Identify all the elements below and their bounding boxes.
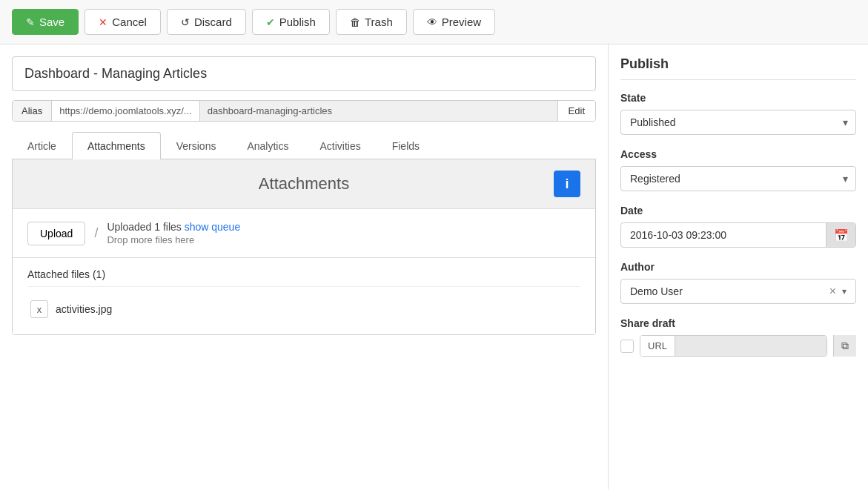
save-icon: ✎ <box>26 16 35 28</box>
tab-analytics[interactable]: Analytics <box>231 132 304 159</box>
cancel-button[interactable]: ✕ Cancel <box>85 9 161 35</box>
share-draft-label: Share draft <box>620 317 856 329</box>
author-clear-button[interactable]: × <box>826 285 839 298</box>
right-panel: Publish State Published Unpublished Arch… <box>609 44 868 489</box>
upload-info-block: Uploaded 1 files show queue Drop more fi… <box>107 221 240 245</box>
date-label: Date <box>620 205 856 216</box>
share-draft-row: URL ⧉ <box>620 335 856 357</box>
state-label: State <box>620 92 856 104</box>
drop-zone-text: Drop more files here <box>107 234 240 245</box>
url-bar: Alias https://demo.joomlatools.xyz/... d… <box>12 100 596 122</box>
access-field-group: Access Public Registered Special Super U… <box>620 148 856 191</box>
upload-info-text: Uploaded 1 files show queue <box>107 221 240 233</box>
show-queue-link[interactable]: show queue <box>185 221 241 233</box>
tab-fields[interactable]: Fields <box>377 132 435 159</box>
share-draft-checkbox[interactable] <box>620 340 634 353</box>
content-area: Attachments i Upload / Uploaded 1 files … <box>12 159 596 335</box>
edit-url-button[interactable]: Edit <box>557 101 595 121</box>
preview-icon: 👁 <box>427 16 437 28</box>
discard-icon: ↺ <box>181 16 190 28</box>
author-field-group: Author Demo User × ▾ <box>620 261 856 304</box>
upload-button[interactable]: Upload <box>27 222 85 245</box>
upload-area: Upload / Uploaded 1 files show queue Dro… <box>13 209 595 258</box>
trash-icon: 🗑 <box>350 16 360 28</box>
state-select-wrapper: Published Unpublished Archived Trashed ▾ <box>620 110 856 135</box>
date-field-group: Date 📅 <box>620 205 856 248</box>
preview-button[interactable]: 👁 Preview <box>413 9 495 35</box>
tabs: Article Attachments Versions Analytics A… <box>12 132 596 159</box>
attachments-title: Attachments <box>259 174 349 194</box>
slug-text: dashboard-managing-articles <box>200 101 557 121</box>
access-select-wrapper: Public Registered Special Super Users ▾ <box>620 166 856 191</box>
author-value: Demo User <box>627 282 826 300</box>
publish-button[interactable]: ✔ Publish <box>252 9 330 35</box>
publish-icon: ✔ <box>266 16 275 28</box>
author-wrapper: Demo User × ▾ <box>620 279 856 304</box>
calendar-button[interactable]: 📅 <box>826 223 855 247</box>
tab-activities[interactable]: Activities <box>304 132 376 159</box>
attachments-header: Attachments i <box>13 159 595 209</box>
author-dropdown-arrow-icon[interactable]: ▾ <box>839 286 849 297</box>
url-value <box>675 336 826 356</box>
state-select[interactable]: Published Unpublished Archived Trashed <box>621 110 855 134</box>
url-label: URL <box>640 336 675 356</box>
file-item: x activities.jpg <box>27 294 580 324</box>
cancel-icon: ✕ <box>99 16 107 28</box>
publish-panel-title: Publish <box>620 56 856 80</box>
url-field-wrapper: URL <box>640 335 827 357</box>
main-layout: Alias https://demo.joomlatools.xyz/... d… <box>0 44 868 489</box>
trash-button[interactable]: 🗑 Trash <box>336 9 407 35</box>
access-label: Access <box>620 148 856 160</box>
author-label: Author <box>620 261 856 273</box>
upload-separator: / <box>94 225 98 241</box>
date-wrapper: 📅 <box>620 222 856 248</box>
discard-button[interactable]: ↺ Discard <box>167 9 246 35</box>
file-name: activities.jpg <box>56 303 112 315</box>
url-text: https://demo.joomlatools.xyz/... <box>52 101 199 121</box>
file-remove-button[interactable]: x <box>30 300 48 318</box>
copy-url-button[interactable]: ⧉ <box>833 335 856 357</box>
copy-icon: ⧉ <box>841 340 849 351</box>
left-panel: Alias https://demo.joomlatools.xyz/... d… <box>0 44 609 489</box>
share-draft-field-group: Share draft URL ⧉ <box>620 317 856 357</box>
state-field-group: State Published Unpublished Archived Tra… <box>620 92 856 135</box>
tab-attachments[interactable]: Attachments <box>72 132 161 159</box>
access-select[interactable]: Public Registered Special Super Users <box>621 167 855 191</box>
attached-files-title: Attached files (1) <box>27 268 580 287</box>
toolbar: ✎ Save ✕ Cancel ↺ Discard ✔ Publish 🗑 Tr… <box>0 0 868 44</box>
info-button[interactable]: i <box>554 171 580 197</box>
save-button[interactable]: ✎ Save <box>12 9 79 35</box>
article-title-input[interactable] <box>12 56 596 91</box>
calendar-icon: 📅 <box>834 228 849 242</box>
date-input[interactable] <box>621 223 826 247</box>
attached-files-section: Attached files (1) x activities.jpg <box>13 258 595 334</box>
tab-versions[interactable]: Versions <box>161 132 232 159</box>
tab-article[interactable]: Article <box>12 132 72 159</box>
alias-label: Alias <box>13 101 52 121</box>
